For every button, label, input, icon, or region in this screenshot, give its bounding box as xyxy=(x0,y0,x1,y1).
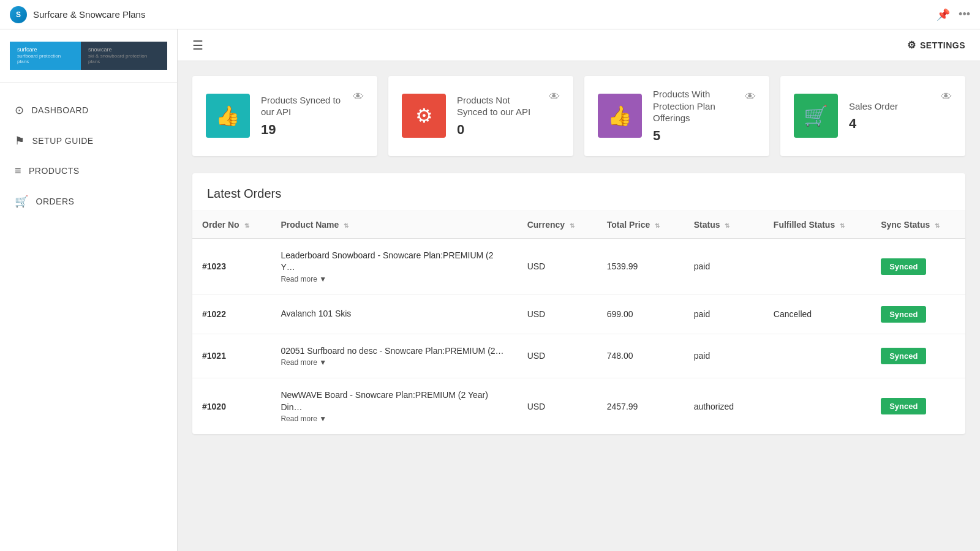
cell-total-price-1: 699.00 xyxy=(597,294,684,334)
stat-card-sales-order: 🛒 Sales Order 4 👁 xyxy=(780,76,965,156)
stat-card-synced: 👍 Products Synced to our API 19 👁 xyxy=(192,76,377,156)
read-more-link[interactable]: Read more ▼ xyxy=(281,358,326,367)
not-synced-info: Products Not Synced to our API 0 xyxy=(457,94,538,138)
order-no-value: #1022 xyxy=(202,309,226,319)
col-order-no[interactable]: Order No ⇅ xyxy=(192,211,271,239)
settings-button[interactable]: ⚙ SETTINGS xyxy=(907,39,965,51)
not-synced-label: Products Not Synced to our API xyxy=(457,94,538,118)
cell-total-price-2: 748.00 xyxy=(597,334,684,378)
synced-label: Products Synced to our API xyxy=(261,94,342,118)
protection-icon-box: 👍 xyxy=(598,94,642,138)
protection-label: Products With Protection Plan Offerings xyxy=(653,88,734,124)
read-more-link[interactable]: Read more ▼ xyxy=(281,414,326,423)
cell-total-price-0: 1539.99 xyxy=(597,238,684,294)
sidebar-item-dashboard-label: DASHBOARD xyxy=(32,105,89,115)
cell-fulfilled-status-0 xyxy=(764,238,871,294)
sales-order-icon-box: 🛒 xyxy=(794,94,838,138)
sort-product-name-icon: ⇅ xyxy=(344,222,349,229)
orders-title: Latest Orders xyxy=(192,173,965,211)
cell-sync-status-0: Synced xyxy=(871,238,965,294)
table-row: #1023 Leaderboard Snowboard - Snowcare P… xyxy=(192,238,965,294)
table-row: #1020 NewWAVE Board - Snowcare Plan:PREM… xyxy=(192,378,965,435)
cell-fulfilled-status-3 xyxy=(764,378,871,435)
order-no-value: #1021 xyxy=(202,351,226,361)
product-name-value: 02051 Surfboard no desc - Snowcare Plan:… xyxy=(281,346,503,356)
read-more-link[interactable]: Read more ▼ xyxy=(281,275,326,283)
orders-section: Latest Orders Order No ⇅ Product Name ⇅ xyxy=(192,173,965,435)
sidebar-item-products-label: PRODUCTS xyxy=(29,166,80,176)
cell-currency-2: USD xyxy=(518,334,597,378)
cell-status-2: paid xyxy=(684,334,764,378)
cell-product-name-2: 02051 Surfboard no desc - Snowcare Plan:… xyxy=(271,334,517,378)
sidebar: surfcare surfboard protection plans snow… xyxy=(0,29,178,551)
sort-order-no-icon: ⇅ xyxy=(244,222,249,229)
setup-icon: ⚑ xyxy=(15,134,25,148)
synced-value: 19 xyxy=(261,122,342,138)
col-status[interactable]: Status ⇅ xyxy=(684,211,764,239)
table-row: #1022 Avalanch 101 Skis USD 699.00 paid … xyxy=(192,294,965,334)
synced-badge: Synced xyxy=(881,306,926,323)
main-content: ☰ ⚙ SETTINGS 👍 Products Synced to our AP… xyxy=(178,29,980,551)
protection-info: Products With Protection Plan Offerings … xyxy=(653,88,734,144)
sidebar-nav: ⊙ DASHBOARD ⚑ SETUP GUIDE ≡ PRODUCTS 🛒 O… xyxy=(0,83,177,229)
cell-order-no-0: #1023 xyxy=(192,238,271,294)
cell-order-no-1: #1022 xyxy=(192,294,271,334)
col-currency[interactable]: Currency ⇅ xyxy=(518,211,597,239)
top-bar-actions: 📌 ••• xyxy=(937,8,970,21)
synced-badge: Synced xyxy=(881,348,926,364)
sidebar-item-setup[interactable]: ⚑ SETUP GUIDE xyxy=(0,126,177,156)
orders-table: Order No ⇅ Product Name ⇅ Currency ⇅ xyxy=(192,211,965,435)
not-synced-value: 0 xyxy=(457,122,538,138)
col-product-name[interactable]: Product Name ⇅ xyxy=(271,211,517,239)
sort-currency-icon: ⇅ xyxy=(570,222,575,229)
cell-product-name-0: Leaderboard Snowboard - Snowcare Plan:PR… xyxy=(271,238,517,294)
col-sync-status[interactable]: Sync Status ⇅ xyxy=(871,211,965,239)
products-icon: ≡ xyxy=(15,165,21,178)
col-fulfilled-status[interactable]: Fulfilled Status ⇅ xyxy=(764,211,871,239)
stat-card-protection: 👍 Products With Protection Plan Offering… xyxy=(584,76,769,156)
product-name-value: Leaderboard Snowboard - Snowcare Plan:PR… xyxy=(281,250,493,272)
gear-icon: ⚙ xyxy=(907,39,916,51)
sidebar-item-orders-label: ORDERS xyxy=(36,197,75,206)
sales-order-value: 4 xyxy=(849,116,898,132)
more-options-icon[interactable]: ••• xyxy=(959,8,970,21)
synced-eye-icon[interactable]: 👁 xyxy=(353,91,364,103)
order-no-value: #1023 xyxy=(202,261,226,271)
synced-badge: Synced xyxy=(881,398,926,414)
cell-currency-1: USD xyxy=(518,294,597,334)
synced-info: Products Synced to our API 19 xyxy=(261,94,342,138)
hamburger-icon[interactable]: ☰ xyxy=(192,38,203,53)
table-header-row: Order No ⇅ Product Name ⇅ Currency ⇅ xyxy=(192,211,965,239)
cell-fulfilled-status-2 xyxy=(764,334,871,378)
protection-eye-icon[interactable]: 👁 xyxy=(745,91,756,103)
sidebar-item-orders[interactable]: 🛒 ORDERS xyxy=(0,186,177,217)
settings-label: SETTINGS xyxy=(920,40,965,50)
sort-total-price-icon: ⇅ xyxy=(655,222,660,229)
sidebar-item-dashboard[interactable]: ⊙ DASHBOARD xyxy=(0,95,177,126)
cell-sync-status-1: Synced xyxy=(871,294,965,334)
sales-order-eye-icon[interactable]: 👁 xyxy=(941,91,952,103)
cell-currency-3: USD xyxy=(518,378,597,435)
sidebar-item-setup-label: SETUP GUIDE xyxy=(32,136,94,146)
sort-sync-status-icon: ⇅ xyxy=(935,222,940,229)
settings-bar: ☰ ⚙ SETTINGS xyxy=(178,29,980,61)
sales-order-label: Sales Order xyxy=(849,100,898,113)
protection-value: 5 xyxy=(653,128,734,144)
cell-status-3: authorized xyxy=(684,378,764,435)
product-name-value: NewWAVE Board - Snowcare Plan:PREMIUM (2… xyxy=(281,390,488,412)
cell-sync-status-3: Synced xyxy=(871,378,965,435)
cell-product-name-1: Avalanch 101 Skis xyxy=(271,294,517,334)
not-synced-icon-box: ⚙ xyxy=(402,94,446,138)
cell-order-no-3: #1020 xyxy=(192,378,271,435)
stat-card-not-synced: ⚙ Products Not Synced to our API 0 👁 xyxy=(388,76,573,156)
sort-fulfilled-status-icon: ⇅ xyxy=(840,222,845,229)
pin-icon[interactable]: 📌 xyxy=(937,8,950,21)
cell-status-0: paid xyxy=(684,238,764,294)
sidebar-item-products[interactable]: ≡ PRODUCTS xyxy=(0,156,177,186)
app-logo-icon: S xyxy=(10,6,27,23)
top-bar: S Surfcare & Snowcare Plans 📌 ••• xyxy=(0,0,980,29)
not-synced-eye-icon[interactable]: 👁 xyxy=(549,91,560,103)
surfcare-logo: surfcare surfboard protection plans xyxy=(10,42,81,70)
col-total-price[interactable]: Total Price ⇅ xyxy=(597,211,684,239)
app-title: Surfcare & Snowcare Plans xyxy=(33,9,145,20)
